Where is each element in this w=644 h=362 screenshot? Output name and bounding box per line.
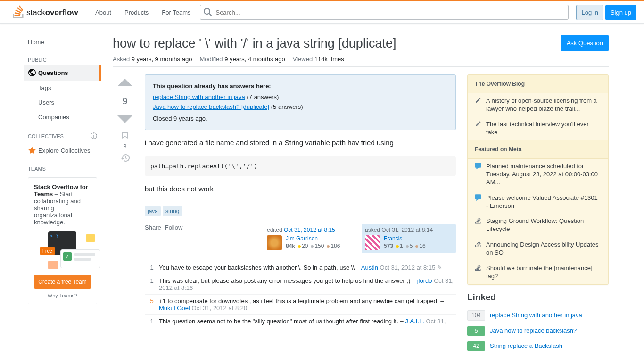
share-link[interactable]: Share xyxy=(145,224,161,231)
blog-item[interactable]: The last technical interview you'll ever… xyxy=(468,117,608,140)
editor-name[interactable]: Jim Garrison xyxy=(286,235,340,242)
overflow-blog-widget: The Overflow Blog A history of open-sour… xyxy=(467,74,609,284)
comment: 5+1 to compensate for downvotes , as i f… xyxy=(145,295,456,315)
comment-user[interactable]: J.A.I.L. xyxy=(405,318,424,325)
comment-score: 5 xyxy=(145,297,159,312)
signup-button[interactable]: Sign up xyxy=(605,5,636,20)
so-icon xyxy=(475,264,481,271)
logo[interactable]: stackoverflow xyxy=(8,1,86,23)
follow-link[interactable]: Follow xyxy=(165,224,183,231)
linked-score: 5 xyxy=(467,326,485,336)
comment-user[interactable]: Austin xyxy=(361,264,378,271)
linked-item[interactable]: 5Java how to replace backslash? xyxy=(467,326,609,336)
comment-user[interactable]: jlordo xyxy=(417,277,432,284)
linked-list: 104replace String with another in java5J… xyxy=(467,310,609,351)
sidebar-questions[interactable]: Questions xyxy=(24,65,101,81)
author-card: asked Oct 31, 2012 at 8:14 Francis 57315… xyxy=(362,224,456,253)
comment-user[interactable]: Mukul Goel xyxy=(159,304,190,312)
so-icon xyxy=(475,241,481,247)
globe-icon xyxy=(28,68,36,77)
dup-link-2[interactable]: Java how to replace backslash? [duplicat… xyxy=(153,103,269,110)
comment-score: 1 xyxy=(145,264,159,271)
code-block: path=path.replaceAll('\','/') xyxy=(145,156,456,177)
dup-link-1[interactable]: replace String with another in java xyxy=(153,93,245,100)
linked-item[interactable]: 104replace String with another in java xyxy=(467,310,609,321)
meta-header: Featured on Meta xyxy=(468,140,608,159)
blog-item[interactable]: A history of open-source licensing from … xyxy=(468,93,608,117)
right-sidebar: The Overflow Blog A history of open-sour… xyxy=(467,74,609,356)
svg-text:stackoverflow: stackoverflow xyxy=(26,8,78,17)
linked-header: Linked xyxy=(467,292,609,303)
comment-date[interactable]: Oct 31, 2012 at 8:16 xyxy=(159,277,454,291)
bookmark-count: 3 xyxy=(124,143,127,150)
meta-item[interactable]: Should we burninate the [maintenance] ta… xyxy=(468,261,608,284)
comment: 1You have to escape your backslashes wit… xyxy=(145,261,456,274)
blog-header: The Overflow Blog xyxy=(468,75,608,93)
pencil-icon xyxy=(475,97,481,104)
comments-list: 1You have to escape your backslashes wit… xyxy=(145,261,456,328)
viewed-meta: Viewed 114k times xyxy=(293,56,344,63)
meta-item[interactable]: Please welcome Valued Associate #1301 - … xyxy=(468,190,608,214)
header: stackoverflow About Products For Teams L… xyxy=(0,1,644,24)
question-body: i have generated a file name and stored … xyxy=(145,138,456,195)
info-icon[interactable]: ⓘ xyxy=(91,132,97,140)
meta-item[interactable]: Planned maintenance scheduled for Tuesda… xyxy=(468,159,608,190)
nav-about[interactable]: About xyxy=(90,6,117,19)
sidebar: Home PUBLIC Questions Tags Users Compani… xyxy=(24,24,101,362)
comment-date[interactable]: Oct 31, 2012 at 8:15 xyxy=(380,264,436,271)
ask-question-button[interactable]: Ask Question xyxy=(561,35,609,51)
sidebar-companies[interactable]: Companies xyxy=(24,110,101,124)
meta-item[interactable]: Staging Ground Workflow: Question Lifecy… xyxy=(468,214,608,237)
sidebar-collectives-heading: COLLECTIVES xyxy=(28,133,64,139)
history-button[interactable] xyxy=(121,154,130,162)
tag-string[interactable]: string xyxy=(163,206,182,216)
comment: 1This question seems not to be the "sill… xyxy=(145,315,456,328)
modified-meta[interactable]: Modified 9 years, 4 months ago xyxy=(199,56,285,63)
comment-score: 1 xyxy=(145,318,159,325)
sidebar-explore-collectives[interactable]: Explore Collectives xyxy=(24,142,101,158)
downvote-button[interactable] xyxy=(116,110,133,127)
linked-item[interactable]: 42String replace a Backslash xyxy=(467,341,609,351)
asked-meta: Asked 9 years, 9 months ago xyxy=(113,56,192,63)
speech-icon xyxy=(475,163,481,169)
sidebar-public-heading: PUBLIC xyxy=(24,49,101,65)
tags: java string xyxy=(145,206,456,216)
comment-date[interactable]: Oct 31, xyxy=(426,318,446,325)
pencil-icon xyxy=(475,121,481,127)
comment-score: 1 xyxy=(145,277,159,291)
sidebar-users[interactable]: Users xyxy=(24,95,101,110)
login-button[interactable]: Log in xyxy=(576,5,603,20)
sidebar-teams-heading: TEAMS xyxy=(24,158,101,173)
editor-avatar[interactable] xyxy=(267,235,282,250)
edit-pencil-icon: ✎ xyxy=(437,264,442,271)
comment-date[interactable]: Oct 31, 2012 at 8:20 xyxy=(191,304,247,312)
edit-date-link[interactable]: Oct 31, 2012 at 8:15 xyxy=(284,227,335,233)
author-name[interactable]: Francis xyxy=(384,235,426,242)
bookmark-button[interactable] xyxy=(121,131,129,140)
tag-java[interactable]: java xyxy=(145,206,161,216)
why-teams-link[interactable]: Why Teams? xyxy=(34,293,91,298)
comment-body: This question seems not to be the "silly… xyxy=(159,318,456,325)
editor-card: edited Oct 31, 2012 at 8:15 Jim Garrison… xyxy=(264,224,358,253)
meta-item[interactable]: Announcing Design Accessibility Updates … xyxy=(468,237,608,261)
question-title: how to replace ' \' with '/' in a java s… xyxy=(113,35,553,52)
upvote-button[interactable] xyxy=(116,74,133,91)
comment-body: +1 to compensate for downvotes , as i fe… xyxy=(159,297,456,312)
speech-icon xyxy=(475,194,481,201)
author-avatar[interactable] xyxy=(365,235,380,250)
nav-products[interactable]: Products xyxy=(119,6,154,19)
nav-teams[interactable]: For Teams xyxy=(156,6,196,19)
comment-body: You have to escape your backslashes with… xyxy=(159,264,456,271)
teams-promo: Stack Overflow for Teams – Start collabo… xyxy=(28,177,97,304)
search-input[interactable] xyxy=(200,5,569,20)
sidebar-tags[interactable]: Tags xyxy=(24,81,101,95)
sidebar-home[interactable]: Home xyxy=(24,35,101,49)
teams-illustration: >_? Free ✓ xyxy=(34,231,91,269)
linked-title[interactable]: String replace a Backslash xyxy=(490,342,609,349)
search-icon xyxy=(204,8,212,16)
create-team-button[interactable]: Create a free Team xyxy=(34,275,91,289)
linked-title[interactable]: Java how to replace backslash? xyxy=(490,327,609,334)
linked-title[interactable]: replace String with another in java xyxy=(490,312,609,319)
vote-column: 9 3 xyxy=(113,74,137,328)
vote-count: 9 xyxy=(122,95,128,107)
